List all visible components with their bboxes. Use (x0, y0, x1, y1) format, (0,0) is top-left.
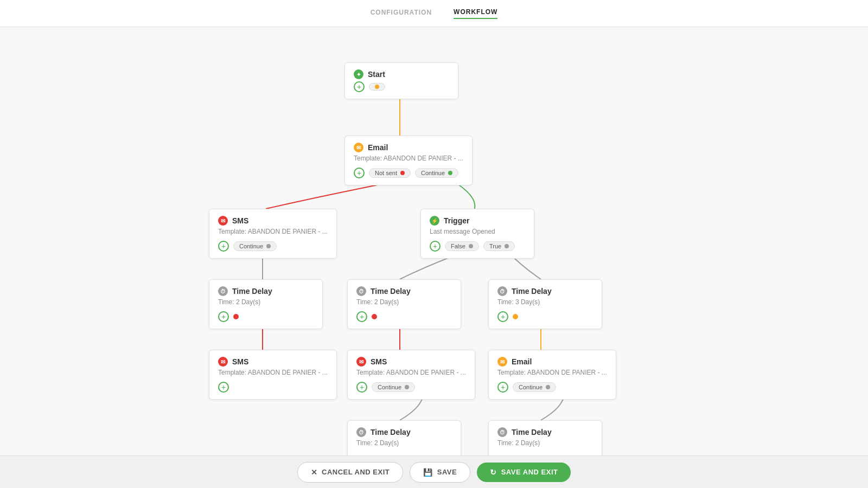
cancel-and-exit-button[interactable]: ✕ CANCEL AND EXIT (297, 462, 404, 483)
true-dot (505, 244, 509, 248)
email1-add-btn[interactable]: + (354, 168, 365, 178)
delay1-subtitle: Time: 2 Day(s) (218, 298, 314, 306)
sms1-label: SMS (232, 216, 248, 225)
delay4-subtitle: Time: 2 Day(s) (356, 439, 452, 447)
sms1-dot (266, 244, 271, 248)
sms2-subtitle: Template: ABANDON DE PANIER - ... (218, 369, 328, 376)
node-email2: ✉ Email Template: ABANDON DE PANIER - ..… (488, 350, 616, 400)
email2-continue-port: Continue (513, 382, 556, 392)
node-delay3: ⏱ Time Delay Time: 3 Day(s) + (488, 279, 602, 329)
delay3-label: Time Delay (512, 287, 552, 296)
sms3-add-btn[interactable]: + (356, 382, 367, 393)
sms3-continue-port: Continue (372, 382, 415, 392)
start-port (369, 83, 385, 91)
email1-continue-port: Continue (415, 168, 458, 178)
delay2-label: Time Delay (371, 287, 411, 296)
email2-label: Email (512, 357, 532, 366)
delay2-add-btn[interactable]: + (356, 311, 367, 322)
trigger-label: Trigger (444, 216, 469, 225)
node-delay2: ⏱ Time Delay Time: 2 Day(s) + (347, 279, 461, 329)
start-icon: ✦ (354, 69, 363, 79)
delay1-dot (233, 314, 239, 319)
delay5-icon: ⏱ (497, 427, 507, 437)
email1-label: Email (368, 143, 388, 152)
trigger-icon: ⚡ (430, 216, 439, 226)
email1-not-sent-port: Not sent (369, 168, 411, 178)
delay4-label: Time Delay (371, 428, 411, 436)
continue-dot (448, 171, 452, 175)
node-delay1: ⏱ Time Delay Time: 2 Day(s) + (209, 279, 323, 329)
node-sms2: ✉ SMS Template: ABANDON DE PANIER - ... … (209, 350, 337, 400)
bottom-toolbar: ✕ CANCEL AND EXIT 💾 SAVE ↻ SAVE AND EXIT (0, 455, 868, 488)
email2-subtitle: Template: ABANDON DE PANIER - ... (497, 369, 607, 376)
header: CONFIGURATION WORKFLOW (0, 0, 868, 27)
delay3-subtitle: Time: 3 Day(s) (497, 298, 593, 306)
sms3-subtitle: Template: ABANDON DE PANIER - ... (356, 369, 466, 376)
tab-configuration[interactable]: CONFIGURATION (371, 9, 432, 18)
sms2-label: SMS (232, 357, 248, 366)
sms3-label: SMS (371, 357, 387, 366)
node-trigger: ⚡ Trigger Last message Opened + False Tr… (420, 209, 534, 259)
sms1-subtitle: Template: ABANDON DE PANIER - ... (218, 228, 328, 235)
delay3-add-btn[interactable]: + (497, 311, 508, 322)
delay5-label: Time Delay (512, 428, 552, 436)
delay4-icon: ⏱ (356, 427, 366, 437)
workflow-canvas: ✦ Start + ✉ Email Template: ABANDON DE P… (0, 27, 868, 455)
start-label: Start (368, 70, 385, 79)
sms1-add-btn[interactable]: + (218, 241, 229, 252)
delay1-label: Time Delay (232, 287, 272, 296)
trigger-true-port: True (483, 241, 515, 251)
sms3-dot (405, 385, 409, 389)
sms2-icon: ✉ (218, 357, 228, 367)
email1-subtitle: Template: ABANDON DE PANIER - ... (354, 155, 463, 162)
sms2-add-btn[interactable]: + (218, 382, 229, 393)
delay3-icon: ⏱ (497, 286, 507, 296)
trigger-add-btn[interactable]: + (430, 241, 441, 252)
node-delay5: ⏱ Time Delay Time: 2 Day(s) (488, 420, 602, 455)
delay1-icon: ⏱ (218, 286, 228, 296)
delay2-icon: ⏱ (356, 286, 366, 296)
start-add-btn[interactable]: + (354, 81, 365, 92)
email2-add-btn[interactable]: + (497, 382, 508, 393)
delay2-subtitle: Time: 2 Day(s) (356, 298, 452, 306)
start-dot (375, 85, 379, 89)
sms1-continue-port: Continue (233, 241, 277, 251)
trigger-subtitle: Last message Opened (430, 228, 525, 235)
save-icon: 💾 (423, 468, 433, 477)
false-dot (469, 244, 473, 248)
sms1-icon: ✉ (218, 216, 228, 226)
save-and-exit-button[interactable]: ↻ SAVE AND EXIT (477, 463, 571, 482)
node-sms3: ✉ SMS Template: ABANDON DE PANIER - ... … (347, 350, 475, 400)
email2-dot (546, 385, 550, 389)
tab-workflow[interactable]: WORKFLOW (454, 8, 497, 19)
delay3-dot (513, 314, 518, 319)
email2-icon: ✉ (497, 357, 507, 367)
node-email1: ✉ Email Template: ABANDON DE PANIER - ..… (344, 136, 473, 185)
delay1-add-btn[interactable]: + (218, 311, 229, 322)
cancel-icon: ✕ (311, 468, 318, 477)
email1-icon: ✉ (354, 143, 363, 152)
node-delay4: ⏱ Time Delay Time: 2 Day(s) (347, 420, 461, 455)
node-start: ✦ Start + (344, 62, 458, 99)
delay5-subtitle: Time: 2 Day(s) (497, 439, 593, 447)
delay2-dot (372, 314, 377, 319)
node-sms1: ✉ SMS Template: ABANDON DE PANIER - ... … (209, 209, 337, 259)
save-button[interactable]: 💾 SAVE (410, 462, 470, 483)
save-exit-icon: ↻ (490, 468, 497, 477)
not-sent-dot (400, 171, 405, 175)
sms3-icon: ✉ (356, 357, 366, 367)
trigger-false-port: False (445, 241, 479, 251)
